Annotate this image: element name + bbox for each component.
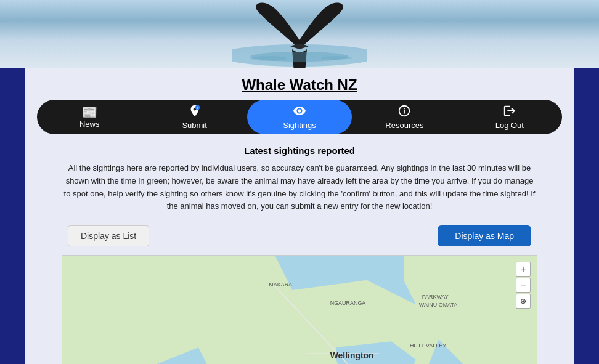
svg-point-3 xyxy=(250,56,287,61)
nav-label-submit: Submit xyxy=(182,121,206,130)
view-toggle-row: Display as List Display as Map xyxy=(62,225,537,246)
nav-label-sightings: Sightings xyxy=(283,121,316,130)
page-title: Whale Watch NZ xyxy=(25,76,574,94)
whale-image xyxy=(232,0,367,68)
resources-icon xyxy=(397,104,411,119)
sightings-icon xyxy=(293,104,306,119)
nav-item-submit[interactable]: + Submit xyxy=(142,100,247,134)
nav-label-resources: Resources xyxy=(385,121,423,130)
nav-item-resources[interactable]: Resources xyxy=(352,100,457,134)
nav-label-news: News xyxy=(79,119,100,129)
zoom-out-button[interactable]: − xyxy=(516,278,531,293)
zoom-controls: + − ⊕ xyxy=(516,262,531,309)
main-container: Whale Watch NZ 📰 News + Submit Si xyxy=(25,68,574,364)
nav-item-logout[interactable]: Log Out xyxy=(457,100,562,134)
svg-text:WAINUIOMATA: WAINUIOMATA xyxy=(419,302,457,309)
news-icon: 📰 xyxy=(82,106,97,118)
display-map-button[interactable]: Display as Map xyxy=(438,225,531,246)
description-text: All the sightings here are reported by i… xyxy=(62,162,537,213)
svg-text:+: + xyxy=(197,106,198,110)
section-title: Latest sightings reported xyxy=(62,145,537,156)
svg-text:Wellington: Wellington xyxy=(330,350,374,360)
display-list-button[interactable]: Display as List xyxy=(68,225,149,246)
svg-text:NGAURANGA: NGAURANGA xyxy=(330,300,366,306)
navbar: 📰 News + Submit Sightings xyxy=(37,100,562,134)
nav-item-news[interactable]: 📰 News xyxy=(37,100,142,134)
logout-icon xyxy=(503,104,516,119)
nav-label-logout: Log Out xyxy=(495,121,524,130)
title-bar: Whale Watch NZ xyxy=(25,68,574,100)
svg-point-4 xyxy=(321,56,352,60)
svg-text:PARKWAY: PARKWAY xyxy=(422,294,449,300)
map-container: Wellington MAKARA NGAURANGA PARKWAY WAIN… xyxy=(62,255,537,364)
hero-section xyxy=(0,0,599,68)
nav-item-sightings[interactable]: Sightings xyxy=(247,100,352,134)
content-area: Latest sightings reported All the sighti… xyxy=(25,134,574,364)
svg-text:MAKARA: MAKARA xyxy=(269,281,292,288)
svg-text:HUTT VALLEY: HUTT VALLEY xyxy=(410,342,446,349)
submit-icon: + xyxy=(188,104,202,119)
zoom-reset-button[interactable]: ⊕ xyxy=(516,294,531,309)
zoom-in-button[interactable]: + xyxy=(516,262,531,277)
map-svg: Wellington MAKARA NGAURANGA PARKWAY WAIN… xyxy=(62,256,537,364)
